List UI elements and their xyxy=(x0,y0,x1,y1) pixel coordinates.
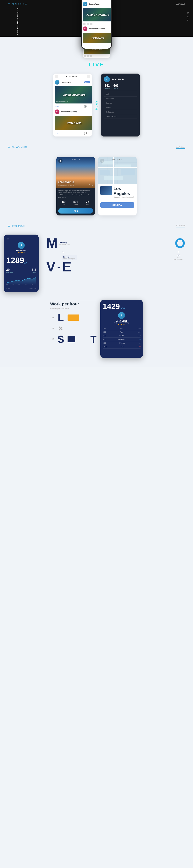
share-icon-1[interactable]: ⇧ xyxy=(88,105,90,108)
california-desc: Adams Burgos is a multicultural neighbor… xyxy=(58,190,93,198)
like-icon[interactable] xyxy=(83,23,86,25)
menu-item-set-collection[interactable]: Set collection xyxy=(104,114,137,119)
svg-text:7:30: 7:30 xyxy=(12,284,14,285)
sched-time-1: 6:00 xyxy=(103,331,106,333)
details-label-1: DETAILS xyxy=(71,159,81,161)
move-middle-1: Moving calorie interface xyxy=(59,241,173,245)
sched-val-2: -142 xyxy=(137,335,140,337)
svg-rect-9 xyxy=(116,164,131,167)
user2-name: Walter Montgomery xyxy=(89,28,105,30)
schedule-row-3: 8:00 Breakfast +176 xyxy=(103,338,140,341)
california-card: ‹ DETAILS California Characteristics of … xyxy=(56,157,95,215)
schedule-role: Slept 1 hour / Slept daily xyxy=(103,322,140,323)
move-plus-symbol: + xyxy=(62,250,170,254)
schedule-inner: 1429 kcal S Scott Black Slept 1 hour / S… xyxy=(100,300,143,351)
los-angeles-map: ‹ DETAILS xyxy=(98,157,137,184)
record-num: 63 xyxy=(177,253,180,257)
page-container: APP OF DISCOVERY 01 BL鸟 / PLAYer 2016/9/… xyxy=(0,0,193,367)
schedule-table-header: Time Item Kcal xyxy=(103,327,140,330)
move-stars: ★★★★☆ xyxy=(6,252,36,253)
live-title-text: LIVE xyxy=(0,62,193,68)
california-days: 3 day xyxy=(89,184,93,186)
work-letter-S: S xyxy=(56,334,66,344)
ham-line-1 xyxy=(6,238,9,239)
second-comment-icon[interactable] xyxy=(87,55,89,57)
phone-screen: DISCOVERY E Eugene West Jungle Adventure xyxy=(82,0,111,49)
moving-sub: calorie interface xyxy=(59,243,173,245)
move-stats-row: 39 In School 5.3 Today xyxy=(6,268,36,273)
light-user-row-2: W Walter Montgomery xyxy=(53,109,92,115)
share-icon[interactable] xyxy=(90,23,92,25)
second-like-icon[interactable] xyxy=(84,55,86,57)
move-chart: 7:00 7:30 8:00 8:30 9:00 xyxy=(6,275,36,287)
schedule-user-name: Scott Black xyxy=(103,320,140,322)
work-bar-yellow xyxy=(68,314,79,321)
share-icon-2[interactable]: ⇧ xyxy=(88,132,90,134)
move-phones-section: S Scott Black ★★★★☆ 1289步 39 In School 5… xyxy=(0,232,193,296)
california-name-overlay: California Characteristics of regional xyxy=(58,180,74,186)
pause-symbol: II xyxy=(178,250,179,253)
profile-stat1-num: 241 xyxy=(104,84,110,88)
menu-item-friends[interactable]: Friends xyxy=(104,101,137,105)
light-potted-title: Potted Arts xyxy=(67,121,82,125)
back-arrow-1[interactable]: ‹ xyxy=(58,159,63,163)
menu-item-edit[interactable]: Edit xyxy=(104,92,137,96)
details-label-2: DETAILS xyxy=(112,159,122,161)
sec3-name: MOVe xyxy=(18,224,25,227)
hero-phone-mockup: DISCOVERY E Eugene West Jungle Adventure xyxy=(81,0,112,49)
work-num-3: 12 xyxy=(50,338,54,340)
light-preview-phone: DISCOVERY E Eugene West August Jungle Ad… xyxy=(53,73,92,136)
ham-line-3 xyxy=(6,240,9,240)
schedule-profile: S Scott Black Slept 1 hour / Slept daily… xyxy=(103,312,140,325)
comment-icon-2[interactable]: 💬 xyxy=(84,132,87,134)
sec3-num: 03 xyxy=(8,224,10,227)
work-letter-X: × xyxy=(56,324,66,332)
move-phone: S Scott Black ★★★★☆ 1289步 39 In School 5… xyxy=(4,235,39,292)
sched-item-1: Run xyxy=(120,331,123,333)
project-date: 2016/9/26 xyxy=(176,3,185,6)
move-typography: M Moving calorie interface O + Record ca… xyxy=(42,235,189,276)
profile-row: P Peter Fields xyxy=(104,76,137,83)
schedule-avatar: S xyxy=(118,312,125,319)
sched-item-4: Working xyxy=(119,342,125,344)
schedule-row-5: 10:00 Tea -130 xyxy=(103,345,140,349)
second-share-icon[interactable] xyxy=(90,55,92,57)
light-user2-name: Walter Montgomery xyxy=(61,111,77,113)
work-bar-1-container xyxy=(68,314,96,321)
profile-avatar: P xyxy=(104,76,110,83)
work-rows: 48 L 12 × 12 S xyxy=(50,313,96,344)
move-stat1-val: 39 xyxy=(6,268,13,272)
menu-item-notice[interactable]: Notice xyxy=(104,105,137,110)
schedule-phone: 1429 kcal S Scott Black Slept 1 hour / S… xyxy=(100,300,143,358)
chart-label-2: Steps 1289 xyxy=(30,288,36,289)
light-menu-icon xyxy=(55,75,58,78)
comment-icon-1[interactable]: 💬 xyxy=(84,105,87,108)
la-city-sub: Characteristics of regional xyxy=(114,196,134,198)
details-section: ‹ DETAILS California Characteristics of … xyxy=(0,154,193,221)
join-button[interactable]: Join xyxy=(58,208,93,214)
comment-icon[interactable] xyxy=(87,23,89,25)
profile-stat-1: 241 Following xyxy=(104,84,110,89)
menu-item-discovery[interactable]: Discovery xyxy=(104,96,137,101)
steps-val: 1289 xyxy=(6,256,24,265)
move-dash-symbol: - xyxy=(57,262,61,272)
california-info: Adams Burgos is a multicultural neighbor… xyxy=(56,188,95,215)
jungle-image: Jungle Adventure xyxy=(83,8,111,22)
light-avatar-icon xyxy=(87,75,90,78)
light-phone-header: DISCOVERY xyxy=(53,73,92,79)
divider-2 xyxy=(0,150,193,154)
profile-stat1-label: Following xyxy=(104,88,110,89)
sched-col-item: Item xyxy=(120,328,123,329)
pay-button[interactable]: $30.6 Pay xyxy=(100,202,134,208)
hamburger-icon[interactable] xyxy=(6,238,36,240)
california-stat2-num: 402 xyxy=(73,200,78,204)
california-stat-1: 89 km xyxy=(62,200,66,206)
back-arrow-2[interactable]: ‹ xyxy=(100,159,104,163)
sched-val-1: -134 xyxy=(137,331,140,333)
move-header: 03 : 消动/ MOVe 2016/9/29 xyxy=(0,221,193,229)
chart-label-1: BPM 85 xyxy=(6,288,11,289)
light-image-sub: explore together xyxy=(56,101,68,102)
profile-info: Peter Fields xyxy=(112,78,124,81)
menu-item-collection[interactable]: Collection xyxy=(104,110,137,114)
light-jungle-title: Jungle Adventure xyxy=(63,93,86,96)
